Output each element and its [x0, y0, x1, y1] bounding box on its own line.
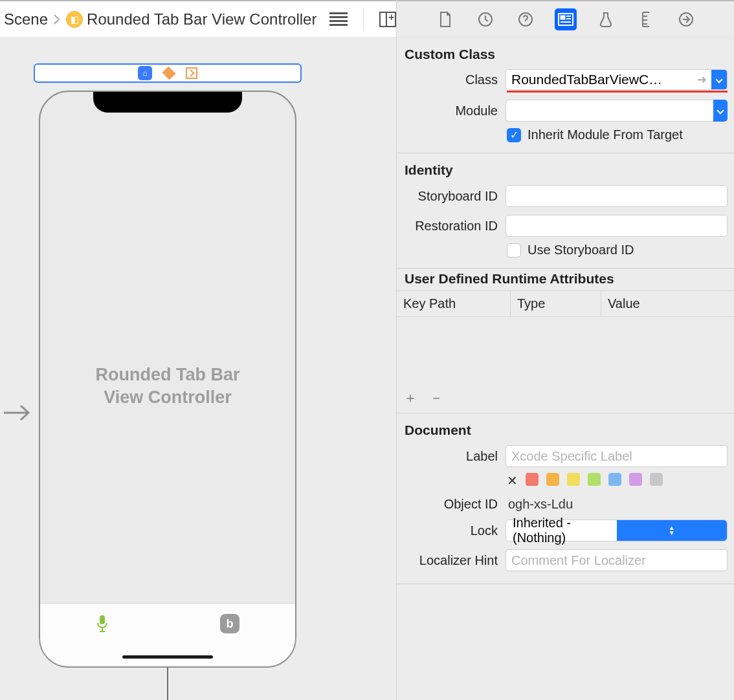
breadcrumb-scene[interactable]: Scene	[4, 10, 48, 28]
udra-col-keypath[interactable]: Key Path	[397, 291, 511, 316]
color-swatch[interactable]	[629, 473, 642, 486]
first-responder-icon[interactable]	[162, 66, 175, 80]
localizer-hint-label: Localizer Hint	[403, 553, 506, 568]
lock-select[interactable]: Inherited - (Nothing) ▲▼	[506, 520, 728, 541]
size-inspector-tab-icon[interactable]	[635, 8, 657, 30]
jump-to-class-icon[interactable]: ➜	[692, 70, 711, 89]
object-id-value: ogh-xs-Ldu	[506, 497, 573, 511]
class-combo[interactable]: ➜	[506, 69, 728, 90]
breadcrumb[interactable]: Scene ◧ Rounded Tab Bar View Controller	[0, 10, 317, 28]
class-input[interactable]	[506, 70, 692, 89]
label-color-row: ✕	[397, 469, 734, 488]
udra-title: User Defined Runtime Attributes	[397, 268, 734, 290]
document-title: Document	[397, 420, 734, 443]
document-label-label: Label	[403, 449, 506, 464]
lock-value: Inherited - (Nothing)	[506, 516, 617, 545]
divider	[363, 8, 364, 30]
initial-controller-arrow-icon[interactable]	[3, 403, 31, 425]
document-label-input[interactable]	[506, 445, 728, 467]
color-swatch[interactable]	[650, 473, 663, 486]
color-swatch[interactable]	[567, 473, 580, 486]
home-indicator	[122, 655, 213, 659]
connections-inspector-tab-icon[interactable]	[675, 8, 697, 30]
inherit-module-label: Inherit Module From Target	[528, 127, 683, 142]
chevron-right-icon	[53, 14, 61, 25]
lock-label: Lock	[403, 523, 506, 538]
identity-section: Identity Storyboard ID Restoration ID Us…	[397, 153, 734, 268]
inspector-tabs	[397, 0, 734, 38]
history-inspector-tab-icon[interactable]	[474, 8, 496, 30]
udra-body[interactable]	[397, 317, 734, 383]
inherit-module-checkbox[interactable]: ✓	[507, 128, 521, 142]
udra-section: User Defined Runtime Attributes Key Path…	[397, 268, 734, 413]
storyboard-id-input[interactable]	[506, 185, 728, 207]
clear-label-color-icon[interactable]: ✕	[507, 473, 518, 488]
identity-title: Identity	[397, 160, 734, 183]
document-section: Document Label ✕ Object ID ogh-xs-Ldu Lo…	[397, 413, 734, 584]
segue-line[interactable]	[167, 668, 168, 700]
svg-rect-0	[100, 615, 105, 624]
module-dropdown-icon[interactable]	[713, 100, 728, 122]
phone-label-line1: Rounded Tab Bar	[40, 364, 295, 386]
class-label: Class	[403, 72, 506, 87]
phone-placeholder-label: Rounded Tab Bar View Controller	[40, 364, 295, 409]
class-dropdown-icon[interactable]	[711, 70, 727, 89]
module-label: Module	[403, 104, 506, 118]
viewcontroller-header-icon[interactable]: ⌂	[138, 66, 152, 80]
storyboard-canvas[interactable]: ⌂ Rounded Tab Bar View Controller b	[0, 38, 396, 700]
color-swatch[interactable]	[546, 473, 559, 486]
phone-frame[interactable]: Rounded Tab Bar View Controller b	[39, 91, 296, 668]
identity-inspector-tab-icon[interactable]	[555, 8, 577, 30]
color-swatch[interactable]	[608, 473, 621, 486]
class-underline-highlight	[507, 91, 728, 93]
color-swatch[interactable]	[588, 473, 601, 486]
module-input[interactable]	[506, 100, 714, 122]
controller-icon: ◧	[66, 11, 83, 28]
phone-label-line2: View Controller	[40, 386, 295, 409]
udra-add-button[interactable]: ＋	[403, 388, 417, 408]
udra-col-value[interactable]: Value	[601, 291, 734, 316]
color-swatch[interactable]	[526, 473, 539, 486]
udra-col-type[interactable]: Type	[511, 291, 601, 316]
breadcrumb-controller[interactable]: Rounded Tab Bar View Controller	[87, 10, 317, 28]
udra-remove-button[interactable]: －	[429, 388, 443, 408]
file-inspector-tab-icon[interactable]	[434, 8, 456, 30]
storyboard-id-label: Storyboard ID	[403, 189, 506, 204]
exit-icon[interactable]	[186, 67, 197, 79]
lock-select-arrows-icon[interactable]: ▲▼	[617, 520, 728, 541]
add-editor-icon[interactable]	[379, 12, 396, 27]
inspector-panel: Custom Class Class ➜ Module ✓ Inherit Mo…	[396, 0, 734, 700]
help-inspector-tab-icon[interactable]	[515, 8, 537, 30]
object-id-label: Object ID	[403, 497, 506, 512]
restoration-id-input[interactable]	[506, 215, 728, 237]
use-storyboard-id-checkbox[interactable]	[507, 243, 521, 257]
use-storyboard-id-label: Use Storyboard ID	[528, 243, 634, 257]
phone-notch	[93, 92, 242, 113]
second-tab-icon[interactable]: b	[220, 614, 239, 633]
svg-rect-4	[561, 16, 565, 19]
mic-tab-icon[interactable]	[96, 614, 109, 636]
localizer-hint-input[interactable]	[506, 549, 728, 571]
custom-class-title: Custom Class	[397, 44, 734, 67]
udra-header-row: Key Path Type Value	[397, 290, 734, 317]
custom-class-section: Custom Class Class ➜ Module ✓ Inherit Mo…	[397, 38, 734, 153]
adjust-editor-icon[interactable]	[329, 12, 348, 26]
restoration-id-label: Restoration ID	[403, 219, 506, 234]
scene-header[interactable]: ⌂	[34, 63, 302, 83]
attributes-inspector-tab-icon[interactable]	[595, 8, 617, 30]
